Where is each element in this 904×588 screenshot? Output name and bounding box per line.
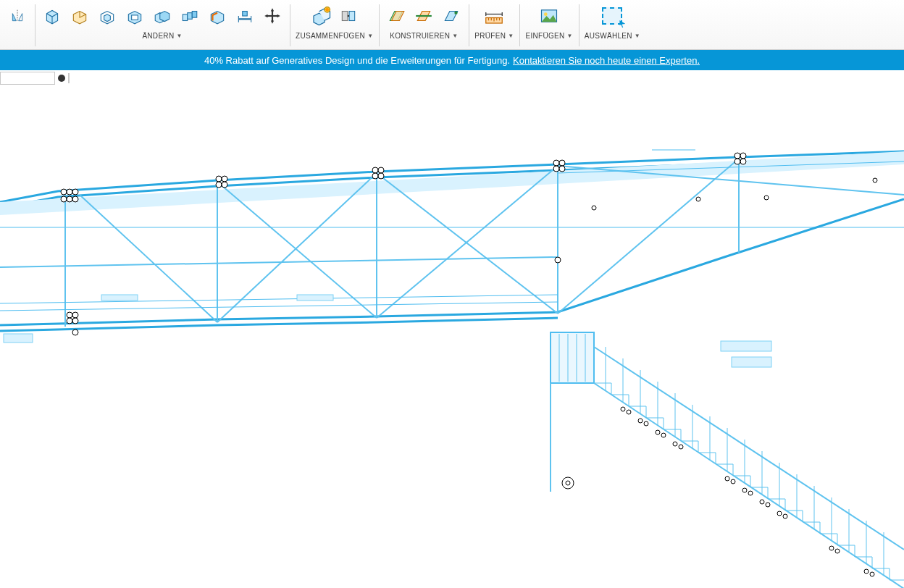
- svg-point-81: [372, 173, 378, 179]
- ribbon-toolbar: . ÄNDERN▼ ZUSAMMENFÜGEN▼ KONST: [0, 0, 904, 50]
- promo-text: 40% Rabatt auf Generatives Design und di…: [204, 55, 510, 66]
- chevron-down-icon: ▼: [176, 33, 182, 39]
- svg-point-119: [864, 569, 869, 574]
- panel-label-einfuegen[interactable]: EINFÜGEN▼: [525, 32, 572, 40]
- svg-point-85: [553, 166, 559, 172]
- svg-point-104: [644, 421, 648, 426]
- mirror-icon[interactable]: [6, 4, 29, 28]
- svg-point-90: [740, 159, 746, 164]
- svg-point-95: [72, 329, 78, 335]
- svg-point-116: [783, 514, 787, 518]
- svg-point-72: [61, 196, 67, 202]
- box3d-combine-icon[interactable]: [151, 4, 174, 28]
- svg-point-108: [679, 445, 683, 449]
- svg-point-101: [621, 407, 625, 411]
- svg-point-94: [72, 318, 78, 324]
- plane-green-icon[interactable]: [385, 4, 408, 28]
- breadcrumb-strip: [0, 70, 904, 86]
- plane-orange-icon[interactable]: [412, 4, 435, 28]
- panel-label-aendern[interactable]: ÄNDERN▼: [142, 32, 182, 40]
- svg-rect-12: [342, 12, 348, 21]
- select-rect-icon[interactable]: [600, 4, 624, 28]
- ribbon-panel-auswaehlen: AUSWÄHLEN▼: [579, 0, 646, 51]
- svg-point-110: [731, 479, 735, 484]
- breadcrumb-field[interactable]: [0, 72, 55, 85]
- svg-point-86: [559, 166, 565, 172]
- svg-point-73: [67, 196, 72, 202]
- svg-rect-13: [349, 12, 355, 21]
- svg-point-87: [734, 153, 740, 159]
- insert-image-icon[interactable]: [537, 4, 561, 28]
- box3d-cut-icon[interactable]: [68, 4, 91, 28]
- svg-point-69: [61, 189, 67, 195]
- svg-point-109: [725, 476, 729, 481]
- box3d-array-icon[interactable]: [178, 4, 201, 28]
- svg-point-99: [764, 196, 769, 200]
- svg-point-16: [455, 12, 458, 14]
- move-icon[interactable]: [261, 4, 284, 28]
- svg-point-97: [592, 206, 596, 210]
- chevron-down-icon: ▼: [635, 33, 640, 39]
- svg-line-23: [80, 195, 217, 322]
- svg-point-91: [67, 312, 72, 318]
- chevron-down-icon: ▼: [567, 33, 573, 39]
- svg-point-75: [216, 176, 222, 182]
- svg-point-106: [661, 433, 666, 437]
- box3d-shell-icon[interactable]: [123, 4, 146, 28]
- box3d-icon[interactable]: [41, 4, 64, 28]
- box3d-hollow-icon[interactable]: [96, 4, 119, 28]
- panel-label-auswaehlen[interactable]: AUSWÄHLEN▼: [585, 32, 640, 40]
- dimension-icon[interactable]: [233, 4, 256, 28]
- svg-rect-3: [188, 13, 193, 20]
- svg-point-114: [766, 503, 770, 507]
- svg-point-78: [222, 182, 227, 188]
- svg-point-111: [742, 488, 747, 492]
- ribbon-panel-einfuegen: EINFÜGEN▼: [519, 0, 578, 51]
- svg-point-93: [67, 318, 72, 324]
- ribbon-panel-left-fragment: .: [6, 0, 35, 51]
- svg-rect-44: [551, 332, 594, 383]
- svg-point-89: [734, 159, 740, 164]
- svg-point-80: [378, 167, 384, 173]
- svg-point-70: [67, 189, 72, 195]
- assemble-new-icon[interactable]: [309, 4, 332, 28]
- ribbon-panel-aendern: ÄNDERN▼: [35, 0, 290, 51]
- chevron-down-icon: ▼: [452, 33, 458, 39]
- panel-label-konstruieren[interactable]: KONSTRUIEREN▼: [390, 32, 458, 40]
- box3d-offset-icon[interactable]: [206, 4, 229, 28]
- panel-label-pruefen[interactable]: PRÜFEN▼: [474, 32, 514, 40]
- panel-label-zusammenfuegen[interactable]: ZUSAMMENFÜGEN▼: [296, 32, 373, 40]
- svg-point-122: [566, 481, 570, 485]
- svg-point-88: [740, 153, 746, 159]
- svg-point-118: [835, 549, 840, 553]
- svg-point-96: [555, 257, 561, 263]
- svg-point-20: [544, 12, 548, 16]
- svg-rect-1: [132, 15, 138, 20]
- measure-icon[interactable]: [482, 4, 506, 28]
- plane-cyan-icon[interactable]: [440, 4, 463, 28]
- chevron-down-icon: ▼: [508, 33, 514, 39]
- promo-link[interactable]: Kontaktieren Sie noch heute einen Expert…: [513, 55, 700, 66]
- svg-point-74: [72, 196, 78, 202]
- svg-point-71: [72, 189, 78, 195]
- svg-point-117: [829, 546, 834, 550]
- svg-point-120: [870, 572, 874, 576]
- ribbon-panel-pruefen: PRÜFEN▼: [469, 0, 519, 51]
- svg-line-34: [0, 257, 558, 267]
- joint-icon[interactable]: [337, 4, 360, 28]
- svg-rect-41: [297, 295, 333, 301]
- breadcrumb-collapse-icon[interactable]: [58, 75, 65, 82]
- svg-rect-8: [243, 12, 248, 17]
- svg-line-36: [0, 302, 558, 311]
- svg-point-92: [72, 312, 78, 318]
- svg-point-77: [216, 182, 222, 188]
- svg-rect-43: [732, 357, 771, 367]
- svg-point-83: [553, 160, 559, 166]
- svg-rect-4: [192, 12, 197, 18]
- svg-point-76: [222, 176, 227, 182]
- svg-point-112: [748, 491, 753, 495]
- svg-line-50: [594, 383, 904, 588]
- svg-point-113: [760, 500, 764, 504]
- svg-rect-42: [721, 341, 771, 351]
- model-viewport[interactable]: [0, 86, 904, 588]
